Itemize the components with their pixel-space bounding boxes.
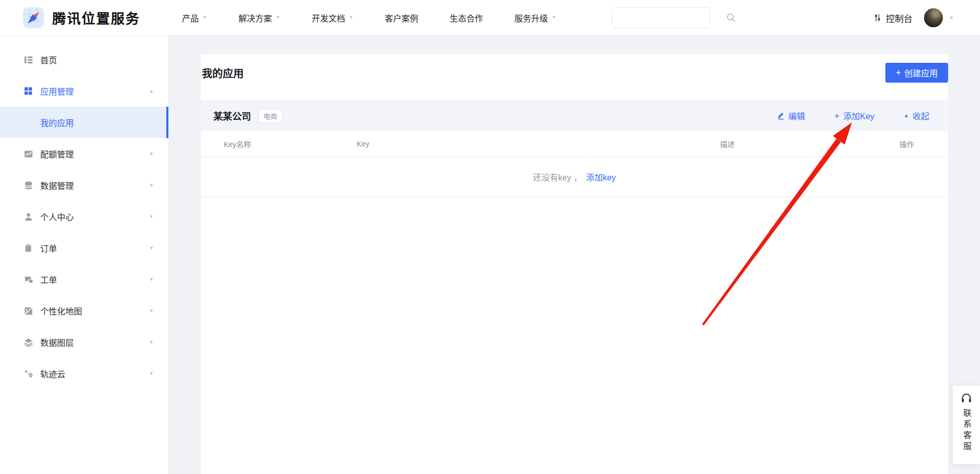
column-description: 描述 — [720, 139, 899, 149]
app-category-badge: 电商 — [258, 109, 282, 123]
chevron-down-icon[interactable]: ▼ — [149, 214, 154, 219]
chevron-down-icon[interactable]: ▼ — [149, 277, 154, 282]
add-key-button[interactable]: + 添加Key — [835, 109, 875, 122]
sidebar-item-orders[interactable]: 订单 ▼ — [0, 232, 168, 264]
console-link[interactable]: 控制台 — [873, 12, 913, 25]
user-avatar[interactable] — [924, 8, 943, 27]
main-nav: 产品 ▼ 解决方案 ▼ 开发文档 ▼ 客户案例 生态合作 服务升级 ▼ — [182, 12, 556, 24]
edit-app-button[interactable]: 编辑 — [777, 109, 805, 122]
top-navigation-bar: 腾讯位置服务 产品 ▼ 解决方案 ▼ 开发文档 ▼ 客户案例 生态合作 服务升级… — [0, 0, 980, 36]
database-icon — [23, 180, 33, 190]
chevron-up-icon: ▲ — [904, 113, 909, 118]
nav-item-products[interactable]: 产品 ▼ — [182, 12, 207, 24]
sidebar-item-personal-center[interactable]: 个人中心 ▼ — [0, 201, 168, 232]
collapse-button[interactable]: ▲ 收起 — [904, 109, 929, 122]
data-layers-icon — [23, 337, 33, 347]
chevron-down-icon[interactable]: ▼ — [149, 340, 154, 345]
track-cloud-icon — [23, 368, 33, 379]
sidebar-item-tickets[interactable]: 工单 ▼ — [0, 264, 168, 295]
chevron-down-icon[interactable]: ▼ — [949, 16, 954, 20]
page-header: 我的应用 + 创建应用 — [201, 54, 948, 83]
nav-item-service-upgrade[interactable]: 服务升级 ▼ — [515, 12, 556, 24]
chevron-down-icon[interactable]: ▼ — [149, 371, 154, 376]
nav-item-cases[interactable]: 客户案例 — [385, 12, 418, 24]
page-title: 我的应用 — [202, 65, 244, 81]
quota-chart-icon — [23, 149, 33, 159]
chevron-down-icon: ▼ — [552, 15, 556, 20]
chevron-down-icon: ▼ — [276, 15, 280, 20]
column-key-name: Key名称 — [224, 139, 357, 149]
sidebar-item-quota[interactable]: 配额管理 ▼ — [0, 138, 168, 170]
apps-grid-icon — [23, 86, 33, 96]
app-card-header: 某某公司 电商 编辑 + 添加Key ▲ 收起 — [201, 100, 948, 131]
search-box — [612, 7, 710, 28]
chevron-down-icon[interactable]: ▼ — [149, 183, 154, 188]
sidebar-item-track-cloud[interactable]: 轨迹云 ▼ — [0, 358, 168, 389]
home-list-icon — [23, 54, 33, 65]
plus-icon: + — [896, 68, 902, 77]
app-name: 某某公司 — [213, 109, 251, 122]
key-table-header: Key名称 Key 描述 操作 — [201, 131, 948, 157]
sliders-icon — [873, 13, 882, 22]
sidebar-item-app-management[interactable]: 应用管理 ▲ — [0, 75, 168, 107]
sidebar: 首页 应用管理 ▲ 我的应用 配额管理 ▼ — [0, 36, 169, 474]
headset-icon — [960, 392, 973, 404]
chevron-down-icon[interactable]: ▼ — [149, 151, 154, 156]
app-card-actions: 编辑 + 添加Key ▲ 收起 — [777, 109, 929, 122]
nav-item-docs[interactable]: 开发文档 ▼ — [312, 12, 354, 24]
plus-icon: + — [835, 111, 840, 120]
contact-service-tab[interactable]: 联系客服 — [953, 386, 980, 464]
user-icon — [23, 211, 33, 222]
main-content-panel: 我的应用 + 创建应用 某某公司 电商 编辑 + 添加Key ▲ 收起 — [201, 54, 948, 474]
search-input[interactable] — [612, 8, 726, 28]
order-clipboard-icon — [23, 243, 33, 253]
sidebar-item-data-management[interactable]: 数据管理 ▼ — [0, 170, 168, 201]
ticket-chat-icon — [23, 274, 33, 285]
selected-indicator-bar — [166, 107, 168, 138]
chevron-up-icon[interactable]: ▲ — [149, 88, 154, 94]
sidebar-item-data-layers[interactable]: 数据图层 ▼ — [0, 326, 168, 358]
chevron-down-icon: ▼ — [349, 15, 354, 20]
sidebar-item-my-apps[interactable]: 我的应用 — [0, 107, 168, 138]
column-key: Key — [357, 140, 720, 148]
custom-map-icon — [23, 306, 33, 316]
add-key-link[interactable]: 添加key — [586, 171, 616, 183]
sidebar-item-home[interactable]: 首页 — [0, 44, 168, 75]
empty-state-text: 还没有key ， — [533, 171, 582, 183]
chevron-down-icon: ▼ — [202, 15, 207, 20]
search-icon[interactable] — [726, 13, 736, 23]
compass-logo-icon — [23, 7, 44, 28]
empty-state-row: 还没有key ， 添加key — [201, 157, 948, 197]
topbar-right-group: 控制台 ▼ — [873, 0, 954, 36]
column-operations: 操作 — [899, 139, 948, 149]
nav-item-solutions[interactable]: 解决方案 ▼ — [238, 12, 280, 24]
contact-service-label: 联系客服 — [960, 409, 973, 453]
brand-name: 腾讯位置服务 — [52, 8, 140, 27]
create-app-button[interactable]: + 创建应用 — [885, 63, 948, 83]
sidebar-item-custom-map[interactable]: 个性化地图 ▼ — [0, 295, 168, 326]
nav-item-ecosystem[interactable]: 生态合作 — [450, 12, 483, 24]
pencil-icon — [777, 111, 785, 120]
chevron-down-icon[interactable]: ▼ — [149, 245, 154, 251]
brand-logo[interactable]: 腾讯位置服务 — [23, 7, 140, 28]
chevron-down-icon[interactable]: ▼ — [149, 308, 154, 313]
